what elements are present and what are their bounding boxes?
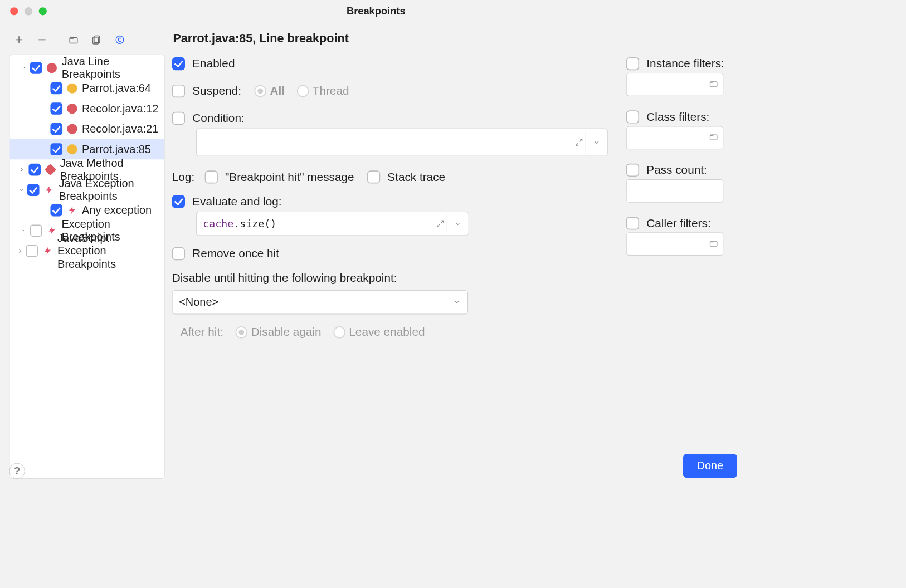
group-by-class-button[interactable] (114, 34, 126, 46)
help-button[interactable]: ? (9, 463, 25, 479)
pass-count-checkbox[interactable] (626, 163, 639, 176)
suspend-label: Suspend: (192, 84, 241, 97)
remove-once-hit-checkbox[interactable] (172, 247, 185, 260)
condition-checkbox[interactable] (172, 111, 185, 124)
tree-group[interactable]: Java Line Breakpoints (9, 58, 164, 79)
suspend-thread-radio[interactable] (297, 85, 309, 97)
caller-filters-checkbox[interactable] (626, 217, 639, 229)
tree-group-checkbox[interactable] (27, 184, 40, 196)
tree-item-checkbox[interactable] (50, 82, 62, 95)
tree-item-label: Recolor.java:12 (82, 102, 158, 115)
remove-breakpoint-button[interactable] (36, 34, 48, 46)
tree-item-checkbox[interactable] (50, 143, 62, 155)
enabled-label: Enabled (192, 57, 235, 70)
window-title: Breakpoints (0, 5, 752, 17)
browse-icon[interactable] (709, 238, 718, 249)
instance-filters-label: Instance filters: (646, 57, 724, 70)
tree-item-checkbox[interactable] (50, 123, 62, 135)
chevron-right-icon[interactable] (17, 246, 23, 256)
chevron-down-icon[interactable] (18, 185, 25, 195)
log-bp-hit-checkbox[interactable] (204, 170, 217, 183)
tree-group[interactable]: Java Exception Breakpoints (9, 180, 164, 200)
suspend-all-label: All (270, 84, 285, 97)
eval-code-identifier: cache (203, 218, 233, 229)
tree-item-checkbox[interactable] (50, 102, 62, 115)
log-stack-label: Stack trace (387, 170, 445, 183)
tree-item-label: Parrot.java:85 (82, 143, 151, 155)
condition-history-dropdown[interactable] (586, 139, 607, 146)
log-label: Log: (172, 170, 194, 183)
breakpoint-details-title: Parrot.java:85, Line breakpoint (173, 31, 737, 46)
tree-group-checkbox[interactable] (30, 224, 42, 237)
group-by-file-button[interactable] (91, 34, 103, 46)
log-stack-checkbox[interactable] (367, 170, 380, 183)
condition-field[interactable] (196, 129, 608, 156)
caller-filters-field[interactable] (626, 232, 723, 256)
titlebar: Breakpoints (0, 0, 752, 22)
breakpoint-tree[interactable]: Java Line BreakpointsParrot.java:64Recol… (9, 55, 165, 479)
after-hit-label: After hit: (181, 325, 223, 339)
tree-toolbar (9, 31, 165, 49)
instance-filters-field[interactable] (626, 73, 723, 96)
chevron-right-icon[interactable] (19, 226, 27, 236)
evaluate-log-checkbox[interactable] (172, 195, 185, 208)
eval-history-dropdown[interactable] (447, 220, 469, 227)
expand-icon[interactable] (573, 136, 586, 149)
tree-group-checkbox[interactable] (26, 245, 38, 257)
disable-until-label: Disable until hitting the following brea… (172, 271, 608, 285)
after-leave-enabled-radio[interactable] (333, 326, 345, 339)
after-disable-again-label: Disable again (251, 325, 322, 339)
tree-group-label: Java Exception Breakpoints (59, 177, 160, 203)
evaluate-log-label: Evaluate and log: (192, 194, 281, 208)
suspend-all-radio[interactable] (254, 85, 266, 97)
after-disable-again-radio[interactable] (236, 326, 248, 339)
tree-item-label: Recolor.java:21 (82, 122, 158, 135)
evaluate-log-field[interactable]: cache.size() (196, 212, 469, 236)
add-breakpoint-button[interactable] (13, 34, 25, 46)
log-bp-hit-label: "Breakpoint hit" message (225, 170, 354, 183)
chevron-right-icon[interactable] (18, 165, 26, 174)
pass-count-label: Pass count: (646, 163, 707, 177)
class-filters-field[interactable] (626, 126, 723, 150)
class-filters-checkbox[interactable] (626, 110, 639, 123)
tree-item-checkbox[interactable] (50, 204, 62, 217)
done-button[interactable]: Done (683, 454, 737, 478)
tree-item-label: Any exception (82, 204, 152, 217)
tree-group-checkbox[interactable] (30, 62, 42, 74)
tree-item[interactable]: Recolor.java:21 (9, 119, 164, 139)
suspend-checkbox[interactable] (172, 84, 185, 97)
instance-filters-checkbox[interactable] (626, 57, 639, 70)
tree-item-label: Parrot.java:64 (82, 82, 151, 95)
tree-group[interactable]: JavaScript Exception Breakpoints (9, 241, 164, 261)
remove-once-hit-label: Remove once hit (192, 247, 279, 260)
class-filters-label: Class filters: (646, 110, 709, 124)
tree-group-label: JavaScript Exception Breakpoints (57, 232, 160, 271)
browse-icon[interactable] (709, 79, 718, 90)
after-leave-enabled-label: Leave enabled (349, 325, 425, 339)
condition-label: Condition: (192, 111, 244, 125)
disable-until-select[interactable]: <None> (172, 290, 468, 314)
expand-icon[interactable] (434, 217, 447, 230)
suspend-thread-label: Thread (313, 84, 349, 97)
tree-group-checkbox[interactable] (28, 164, 41, 176)
eval-code-rest: .size() (233, 218, 276, 229)
tree-item[interactable]: Recolor.java:12 (9, 99, 164, 119)
enabled-checkbox[interactable] (172, 57, 185, 70)
disable-until-value: <None> (179, 296, 218, 308)
browse-icon[interactable] (709, 132, 718, 143)
svg-point-3 (116, 36, 124, 44)
chevron-down-icon (453, 296, 461, 308)
caller-filters-label: Caller filters: (646, 216, 710, 229)
group-by-package-button[interactable] (67, 34, 80, 46)
pass-count-field[interactable] (626, 179, 723, 202)
tree-item[interactable]: Parrot.java:64 (9, 78, 164, 99)
chevron-down-icon[interactable] (19, 63, 27, 73)
tree-group-label: Java Line Breakpoints (62, 55, 160, 81)
